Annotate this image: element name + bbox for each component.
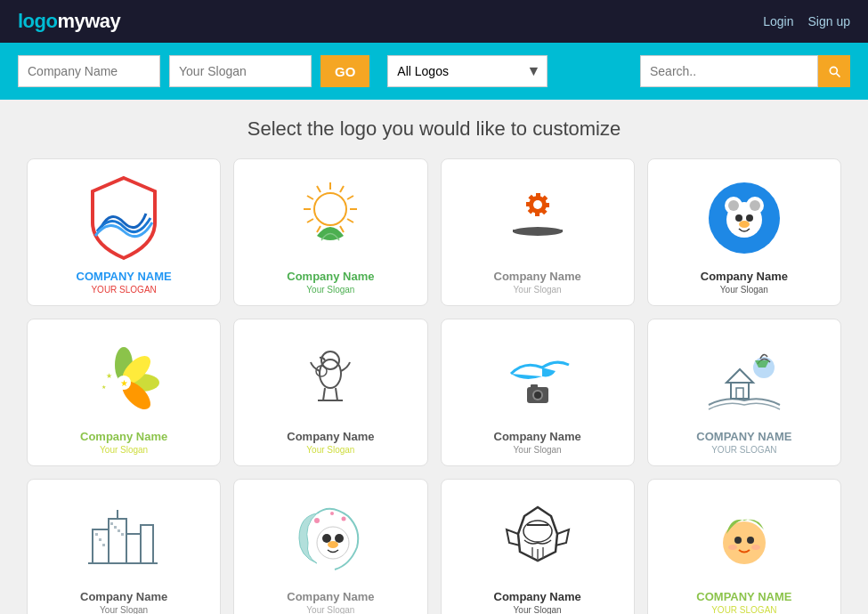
svg-rect-54 — [731, 383, 749, 399]
svg-marker-53 — [726, 369, 753, 383]
svg-point-75 — [330, 512, 334, 515]
svg-rect-66 — [114, 526, 117, 529]
card-company-name: Company Name — [494, 270, 581, 283]
svg-rect-64 — [102, 544, 105, 546]
svg-rect-19 — [526, 202, 531, 206]
svg-rect-52 — [531, 384, 538, 388]
svg-line-11 — [340, 186, 344, 192]
svg-point-73 — [328, 541, 338, 548]
svg-rect-57 — [93, 529, 109, 563]
card-company-name: COMPANY NAME — [77, 270, 172, 283]
logo-image — [70, 494, 177, 583]
svg-point-77 — [523, 521, 552, 542]
svg-point-76 — [342, 517, 346, 521]
svg-rect-58 — [109, 519, 126, 563]
card-slogan: Your Slogan — [514, 285, 562, 295]
slogan-input[interactable] — [169, 55, 312, 87]
svg-line-45 — [323, 388, 325, 400]
logo-card[interactable]: Company NameYour Slogan — [441, 319, 635, 466]
card-company-name: Company Name — [494, 590, 581, 603]
logo-card[interactable]: Company NameYour Slogan — [233, 319, 427, 466]
logo-card[interactable]: Company NameYour Slogan — [233, 158, 427, 306]
signup-link[interactable]: Sign up — [808, 14, 850, 28]
logo-card[interactable]: Company NameYour Slogan — [441, 158, 635, 306]
card-slogan: Your Slogan — [514, 445, 562, 455]
logo-card[interactable]: Company NameYour Slogan — [27, 479, 221, 614]
search-input[interactable] — [640, 55, 818, 87]
card-slogan: YOUR SLOGAN — [711, 605, 776, 614]
svg-point-31 — [735, 214, 742, 222]
search-icon — [827, 64, 841, 78]
svg-line-46 — [336, 388, 337, 400]
svg-point-32 — [746, 214, 753, 222]
card-slogan: Your Slogan — [306, 605, 354, 614]
right-search-wrap — [640, 55, 850, 87]
svg-rect-59 — [126, 534, 141, 563]
card-slogan: Your Slogan — [720, 285, 768, 295]
logo-image — [484, 494, 591, 583]
logo-image — [691, 334, 798, 423]
svg-point-83 — [747, 537, 754, 544]
svg-rect-17 — [535, 212, 539, 216]
svg-rect-55 — [736, 388, 743, 399]
main-content: Select the logo you would like to custom… — [0, 100, 868, 614]
card-company-name: Company Name — [494, 430, 581, 443]
card-company-name: Company Name — [80, 590, 167, 603]
svg-text:★: ★ — [106, 372, 112, 380]
logo-image — [277, 494, 384, 583]
search-button[interactable] — [818, 55, 850, 87]
svg-point-71 — [322, 534, 331, 543]
card-slogan: Your Slogan — [514, 605, 562, 614]
card-company-name: Company Name — [80, 430, 167, 443]
company-name-input[interactable] — [18, 55, 160, 87]
logo-image — [277, 334, 384, 423]
go-button[interactable]: GO — [320, 55, 369, 87]
svg-line-9 — [317, 186, 320, 192]
svg-point-14 — [533, 200, 542, 209]
login-link[interactable]: Login — [763, 14, 793, 28]
logo-card[interactable]: COMPANY NAMEYOUR SLOGAN — [647, 479, 841, 614]
card-company-name: Company Name — [287, 270, 374, 283]
svg-point-33 — [739, 221, 750, 228]
logo-card[interactable]: COMPANY NAMEYOUR SLOGAN — [647, 319, 841, 466]
card-slogan: Your Slogan — [306, 285, 354, 295]
logo-image — [277, 174, 384, 263]
card-company-name: COMPANY NAME — [696, 590, 791, 603]
svg-rect-15 — [545, 203, 549, 207]
logo-image: ★ ★ ★ — [70, 334, 177, 423]
svg-rect-21 — [536, 193, 540, 198]
svg-rect-62 — [95, 533, 98, 536]
svg-rect-68 — [121, 533, 124, 536]
card-slogan: Your Slogan — [306, 445, 354, 455]
card-slogan: Your Slogan — [100, 605, 148, 614]
svg-point-82 — [734, 537, 742, 544]
svg-line-2 — [347, 219, 353, 222]
logo-image — [691, 494, 798, 583]
svg-rect-60 — [141, 525, 153, 563]
logo-category-dropdown-wrap: All Logos Animals Abstract Business Tech… — [387, 55, 548, 87]
card-slogan: YOUR SLOGAN — [711, 445, 776, 455]
header: logologomyway Login Sign up — [0, 0, 868, 43]
svg-rect-63 — [99, 538, 101, 541]
logo-card[interactable]: COMPANY NAMEYOUR SLOGAN — [27, 158, 221, 306]
logo-card[interactable]: Company NameYour Slogan — [441, 479, 635, 614]
logo-card[interactable]: Company NameYour Slogan — [647, 158, 841, 306]
header-nav: Login Sign up — [763, 14, 850, 28]
svg-point-72 — [335, 534, 344, 543]
logo-image — [691, 174, 798, 263]
svg-point-84 — [728, 545, 737, 550]
logo-image — [484, 334, 591, 423]
page-title: Select the logo you would like to custom… — [27, 117, 841, 141]
card-slogan: YOUR SLOGAN — [91, 285, 156, 295]
svg-rect-24 — [513, 230, 563, 232]
svg-text:★: ★ — [101, 384, 106, 390]
site-logo: logologomyway — [18, 10, 120, 33]
logo-category-select[interactable]: All Logos Animals Abstract Business Tech… — [387, 55, 548, 87]
logo-highlight: logo — [18, 10, 57, 32]
logo-grid: COMPANY NAMEYOUR SLOGAN Company NameYour… — [27, 158, 841, 614]
logo-card[interactable]: Company NameYour Slogan — [233, 479, 427, 614]
logo-card[interactable]: ★ ★ ★ Company NameYour Slogan — [27, 319, 221, 466]
svg-point-85 — [751, 545, 760, 550]
card-company-name: Company Name — [287, 430, 374, 443]
card-company-name: COMPANY NAME — [696, 430, 791, 443]
